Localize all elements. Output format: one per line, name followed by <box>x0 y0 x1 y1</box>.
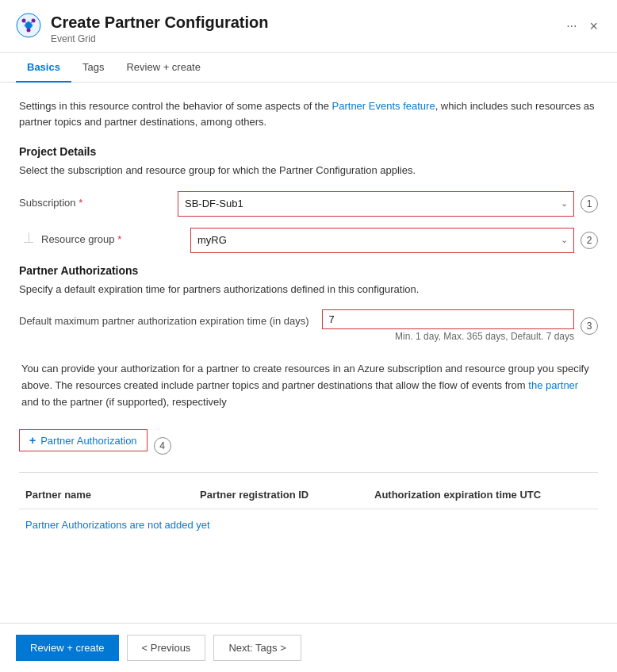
plus-icon: + <box>29 434 36 447</box>
step-badge-1: 1 <box>581 195 598 213</box>
col-partner-name: Partner name <box>19 486 194 504</box>
resource-group-select[interactable]: myRG <box>190 228 574 253</box>
resource-group-select-wrapper: myRG ⌄ <box>190 228 574 253</box>
subscription-control: SB-DF-Sub1 ⌄ 1 <box>178 191 598 217</box>
partner-events-link[interactable]: Partner Events feature <box>332 100 435 112</box>
subscription-required: * <box>79 197 82 209</box>
tab-review-create[interactable]: Review + create <box>115 53 212 83</box>
resource-group-required: * <box>117 233 121 245</box>
add-auth-row: + Partner Authorization 4 <box>19 429 598 463</box>
subscription-select-wrapper: SB-DF-Sub1 ⌄ <box>178 191 574 217</box>
add-button-label: Partner Authorization <box>40 435 136 447</box>
subscription-group: Subscription * SB-DF-Sub1 ⌄ 1 <box>19 191 598 217</box>
step-badge-4: 4 <box>154 437 171 455</box>
tab-tags[interactable]: Tags <box>71 53 115 83</box>
footer: Review + create < Previous Next: Tags > <box>0 623 617 672</box>
previous-button[interactable]: < Previous <box>127 635 206 661</box>
default-max-group: Default maximum partner authorization ex… <box>19 309 598 342</box>
step-badge-3: 3 <box>581 317 598 335</box>
default-max-hint: Min. 1 day, Max. 365 days, Default. 7 da… <box>322 331 574 342</box>
add-partner-authorization-button[interactable]: + Partner Authorization <box>19 429 148 451</box>
header-text: Create Partner Configuration Event Grid <box>51 13 563 44</box>
auth-info-text: You can provide your authorization for a… <box>21 361 598 410</box>
more-options-button[interactable]: ··· <box>563 16 580 36</box>
default-max-input[interactable] <box>322 309 574 329</box>
event-grid-icon <box>16 13 41 38</box>
partner-auth-table: Partner name Partner registration ID Aut… <box>19 472 598 540</box>
basics-description: Settings in this resource control the be… <box>19 98 598 129</box>
tabs-bar: Basics Tags Review + create <box>0 53 617 83</box>
table-empty-message: Partner Authorizations are not added yet <box>19 509 598 540</box>
resource-group-control: myRG ⌄ 2 <box>190 228 598 253</box>
project-details-title: Project Details <box>19 145 598 158</box>
project-details-desc: Select the subscription and resource gro… <box>19 163 598 179</box>
resource-group-label-wrapper: Resource group * <box>19 232 190 247</box>
col-expiration-time: Authorization expiration time UTC <box>368 486 598 504</box>
next-tags-button[interactable]: Next: Tags > <box>213 635 301 661</box>
partner-link[interactable]: the partner <box>528 379 578 391</box>
auth-info-box: You can provide your authorization for a… <box>19 353 598 418</box>
step-badge-2: 2 <box>581 232 598 249</box>
create-partner-config-dialog: Create Partner Configuration Event Grid … <box>0 0 617 672</box>
col-registration-id: Partner registration ID <box>194 486 368 504</box>
dialog-header: Create Partner Configuration Event Grid … <box>0 0 617 53</box>
review-create-button[interactable]: Review + create <box>16 635 119 661</box>
default-max-label: Default maximum partner authorization ex… <box>19 309 322 328</box>
dialog-title: Create Partner Configuration <box>51 13 563 32</box>
subscription-label: Subscription * <box>19 196 178 210</box>
default-max-input-col: Min. 1 day, Max. 365 days, Default. 7 da… <box>322 309 574 342</box>
resource-group-label: Resource group * <box>41 232 121 247</box>
header-actions: ··· × <box>563 16 601 36</box>
table-header-row: Partner name Partner registration ID Aut… <box>19 481 598 509</box>
tab-basics[interactable]: Basics <box>16 53 71 83</box>
partner-auth-title: Partner Authorizations <box>19 264 598 277</box>
partner-auth-desc: Specify a default expiration time for pa… <box>19 282 598 298</box>
subscription-select[interactable]: SB-DF-Sub1 <box>178 191 574 217</box>
dialog-subtitle: Event Grid <box>51 33 563 44</box>
resource-group-group: Resource group * myRG ⌄ 2 <box>19 228 598 253</box>
main-content: Settings in this resource control the be… <box>0 83 617 623</box>
default-max-control: Min. 1 day, Max. 365 days, Default. 7 da… <box>322 309 598 342</box>
partner-authorizations-section: Partner Authorizations Specify a default… <box>19 264 598 541</box>
svg-point-4 <box>27 29 31 33</box>
sub-label-group: Resource group * <box>19 232 178 247</box>
close-button[interactable]: × <box>586 16 601 36</box>
